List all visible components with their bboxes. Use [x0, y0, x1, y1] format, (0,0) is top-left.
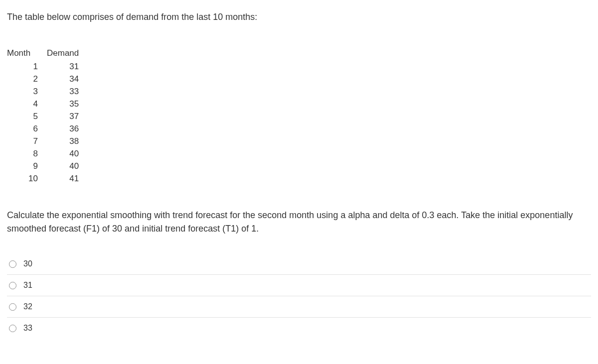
cell-demand: 40	[47, 160, 94, 172]
answer-option[interactable]: 32	[7, 296, 591, 318]
answer-option[interactable]: 30	[7, 253, 591, 275]
cell-demand: 31	[47, 60, 94, 73]
cell-month: 2	[7, 73, 47, 85]
table-row: 636	[7, 122, 94, 135]
cell-month: 1	[7, 60, 47, 73]
cell-month: 6	[7, 122, 47, 135]
cell-demand: 40	[47, 147, 94, 160]
demand-table: Month Demand 131234333435537636738840940…	[7, 46, 94, 185]
table-row: 435	[7, 98, 94, 110]
cell-demand: 38	[47, 135, 94, 147]
question-text: Calculate the exponential smoothing with…	[7, 209, 591, 236]
cell-month: 8	[7, 147, 47, 160]
header-month: Month	[7, 46, 47, 60]
radio-icon[interactable]	[9, 282, 16, 289]
cell-month: 7	[7, 135, 47, 147]
cell-demand: 35	[47, 98, 94, 110]
radio-icon[interactable]	[9, 325, 16, 332]
cell-demand: 36	[47, 122, 94, 135]
answer-options: 30313233	[7, 253, 591, 339]
cell-demand: 41	[47, 172, 94, 185]
table-row: 738	[7, 135, 94, 147]
option-label: 30	[23, 259, 32, 268]
table-row: 840	[7, 147, 94, 160]
option-label: 33	[23, 324, 32, 333]
table-row: 131	[7, 60, 94, 73]
cell-demand: 34	[47, 73, 94, 85]
table-row: 537	[7, 110, 94, 122]
cell-month: 5	[7, 110, 47, 122]
table-row: 333	[7, 85, 94, 98]
intro-text: The table below comprises of demand from…	[7, 12, 591, 22]
table-row: 234	[7, 73, 94, 85]
cell-demand: 33	[47, 85, 94, 98]
answer-option[interactable]: 33	[7, 318, 591, 339]
radio-icon[interactable]	[9, 303, 16, 311]
cell-month: 10	[7, 172, 47, 185]
cell-month: 9	[7, 160, 47, 172]
table-row: 1041	[7, 172, 94, 185]
radio-icon[interactable]	[9, 260, 16, 268]
cell-month: 4	[7, 98, 47, 110]
cell-month: 3	[7, 85, 47, 98]
option-label: 32	[23, 302, 32, 311]
option-label: 31	[23, 281, 32, 290]
header-demand: Demand	[47, 46, 94, 60]
answer-option[interactable]: 31	[7, 275, 591, 296]
cell-demand: 37	[47, 110, 94, 122]
table-row: 940	[7, 160, 94, 172]
